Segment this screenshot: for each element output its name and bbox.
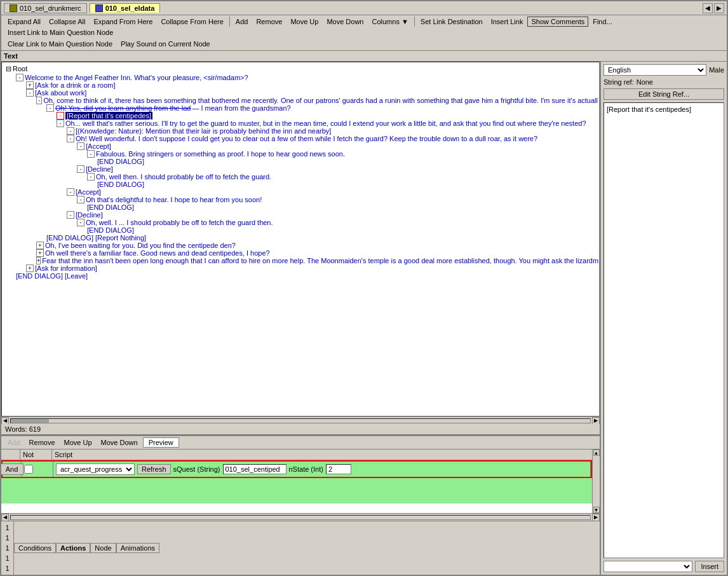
tab-node[interactable]: Node [90,543,116,553]
tree-row-decline1[interactable]: - [Decline] [77,165,598,173]
expand-icon[interactable]: - [87,173,95,181]
tree-row-accept1[interactable]: - [Accept] [77,142,598,150]
insert-button[interactable]: Insert [695,561,724,572]
language-dropdown[interactable]: English [603,64,706,76]
tree-row-drink[interactable]: + [Ask for a drink or a room] [26,81,598,89]
bottom-add-button[interactable]: Add [4,437,24,448]
tree-row-end-leave[interactable]: [END DIALOG] [Leave] [16,272,598,280]
squest-input[interactable] [223,464,286,474]
show-comments-button[interactable]: Show Comments [527,17,588,27]
add-button[interactable]: Add [232,17,252,27]
tab-actions[interactable]: Actions [56,543,90,553]
bottom-scroll-track[interactable] [10,515,591,520]
tree-row-end2[interactable]: [END DIALOG] [97,181,598,188]
tree-root-row[interactable]: ⊟ Root [6,64,598,74]
tree-row-work[interactable]: - [Ask about work] [26,89,598,97]
h-scrollbar[interactable]: ◀ ▶ [1,416,600,424]
move-up-button[interactable]: Move Up [286,17,322,27]
tree-row-ohcome[interactable]: - Oh, come to think of it, there has bee… [36,97,598,104]
tree-row-knowledge[interactable]: - [(Knowledge: Nature): Mention that the… [67,127,598,135]
tree-row-fabulous[interactable]: - Fabulous. Bring stringers or something… [87,150,598,158]
collapse-from-here-button[interactable]: Collapse From Here [157,17,227,27]
tab-prev-button[interactable]: ◀ [703,3,713,13]
scroll-track[interactable] [10,418,591,423]
expand-icon[interactable]: + [36,257,41,264]
edit-string-ref-button[interactable]: Edit String Ref... [603,88,724,100]
expand-icon[interactable]: - [57,120,64,127]
expand-icon[interactable]: - [67,135,74,142]
expand-icon[interactable]: - [46,104,54,112]
expand-from-here-button[interactable]: Expand From Here [90,17,156,27]
find-button[interactable]: Find... [589,17,616,27]
insert-link-main-button[interactable]: Insert Link to Main Question Node [4,27,117,38]
expand-icon[interactable]: - [77,196,84,203]
tab-drunkmerc[interactable]: 010_sel_drunkmerc [4,3,87,13]
bottom-moveup-button[interactable]: Move Up [60,437,96,448]
tree-row-end3[interactable]: [END DIALOG] [87,203,598,211]
nstate-input[interactable] [326,464,351,474]
tree-row-welcome[interactable]: - Welcome to the Angel Feather Inn. What… [16,74,598,81]
move-down-button[interactable]: Move Down [323,17,367,27]
scroll-right-button[interactable]: ▶ [592,417,600,425]
tree-row-end-reportnothing[interactable]: [END DIALOG] [Report Nothing] [46,234,598,242]
expand-icon[interactable]: - [16,74,24,81]
tree-row-end4[interactable]: [END DIALOG] [87,226,598,234]
expand-icon[interactable]: - [57,112,64,120]
remove-button[interactable]: Remove [252,17,286,27]
bottom-remove-button[interactable]: Remove [25,437,59,448]
tree-row-ohwelli[interactable]: - Oh, well. I ... I should probably be o… [77,219,598,226]
vscroll-up-button[interactable]: ▲ [593,449,600,456]
tree-row-ohwellthen[interactable]: - Oh, well then. I should probably be of… [87,173,598,181]
tree-row-serious[interactable]: - Oh... well that's rather serious. I'll… [57,120,598,127]
tree-row-askinfo[interactable]: + [Ask for information] [26,264,598,272]
tab-animations[interactable]: Animations [116,543,159,553]
bottom-movedown-button[interactable]: Move Down [97,437,142,448]
refresh-button[interactable]: Refresh [137,464,171,474]
bottom-scroll-left[interactable]: ◀ [1,514,9,521]
preview-tab[interactable]: Preview [143,437,179,448]
scroll-thumb[interactable] [11,419,49,423]
insert-dropdown[interactable] [603,561,692,572]
bottom-hscroll[interactable]: ◀ ▶ [1,513,600,521]
expand-icon[interactable]: - [77,142,84,150]
not-checkbox[interactable] [24,465,33,474]
play-sound-button[interactable]: Play Sound on Current Node [117,39,214,49]
tree-row-wonderful[interactable]: - Oh! Well wonderful. I don't suppose I … [67,135,598,142]
expand-icon[interactable]: - [87,150,95,158]
expand-all-button[interactable]: Expand All [4,17,44,27]
root-expand[interactable]: ⊟ [6,64,11,74]
tree-row-end1[interactable]: [END DIALOG] [97,158,598,165]
bottom-scroll-right[interactable]: ▶ [592,514,600,521]
tree-row-waiting[interactable]: + Oh, I've been waiting for you. Did you… [36,242,598,249]
expand-icon[interactable]: - [67,188,74,196]
expand-icon[interactable]: + [36,242,44,249]
tree-row-fear[interactable]: + Fear that the inn hasn't been open lon… [36,257,598,264]
tab-conditions[interactable]: Conditions [14,543,56,553]
tree-row-report[interactable]: - [Report that it's centipedes] [57,112,598,120]
expand-icon[interactable]: + [26,264,34,272]
conditions-vscroll[interactable]: ▲ ▼ [592,449,600,513]
expand-icon[interactable]: - [36,97,42,104]
scroll-left-button[interactable]: ◀ [1,417,9,425]
script-dropdown[interactable]: acr_quest_progress [56,463,135,475]
expand-icon[interactable]: - [26,89,34,97]
expand-icon[interactable]: - [67,127,74,135]
tree-row-accept2[interactable]: - [Accept] [67,188,598,196]
tab-eldata[interactable]: 010_sel_eldata [90,3,161,13]
insert-link-button[interactable]: Insert Link [487,17,527,27]
expand-icon[interactable]: - [77,165,84,173]
and-button[interactable]: And [1,463,24,475]
tab-next-button[interactable]: ▶ [714,3,724,13]
vscroll-down-button[interactable]: ▼ [593,507,600,513]
tree-row-decline2[interactable]: - [Decline] [67,211,598,219]
tree-row-familiar[interactable]: + Oh well there's a familiar face. Good … [36,249,598,257]
expand-icon[interactable]: - [67,211,74,219]
tree-area[interactable]: ⊟ Root - Welcome to the Angel Feather In… [1,62,600,416]
clear-link-main-button[interactable]: Clear Link to Main Question Node [4,39,116,49]
expand-icon[interactable]: + [26,81,34,89]
tree-row-delightful[interactable]: - Oh that's delightful to hear. I hope t… [77,196,598,203]
tree-row-ohyes[interactable]: - Oh! Yes, did you learn anything from t… [46,104,598,112]
columns-button[interactable]: Columns ▼ [368,17,412,27]
collapse-all-button[interactable]: Collapse All [45,17,89,27]
expand-icon[interactable]: - [77,219,84,226]
